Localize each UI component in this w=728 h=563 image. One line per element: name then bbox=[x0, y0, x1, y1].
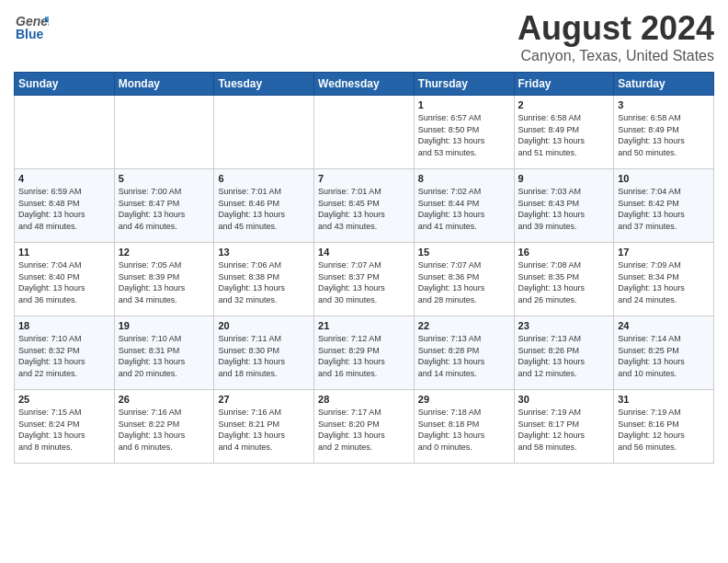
calendar-cell bbox=[15, 96, 115, 169]
logo-icon: General Blue bbox=[14, 9, 49, 44]
cell-day-number: 15 bbox=[418, 247, 510, 258]
cell-info-text: Sunrise: 7:04 AM Sunset: 8:40 PM Dayligh… bbox=[18, 259, 110, 305]
cell-info-text: Sunrise: 7:06 AM Sunset: 8:38 PM Dayligh… bbox=[218, 259, 310, 305]
calendar-cell bbox=[314, 96, 415, 169]
cell-info-text: Sunrise: 7:18 AM Sunset: 8:18 PM Dayligh… bbox=[418, 407, 510, 453]
cell-info-text: Sunrise: 7:12 AM Sunset: 8:29 PM Dayligh… bbox=[318, 333, 410, 379]
calendar-cell: 11Sunrise: 7:04 AM Sunset: 8:40 PM Dayli… bbox=[15, 243, 115, 316]
calendar-week-row: 11Sunrise: 7:04 AM Sunset: 8:40 PM Dayli… bbox=[15, 243, 714, 316]
cell-info-text: Sunrise: 6:58 AM Sunset: 8:49 PM Dayligh… bbox=[518, 112, 610, 158]
calendar-cell: 18Sunrise: 7:10 AM Sunset: 8:32 PM Dayli… bbox=[15, 316, 115, 390]
cell-day-number: 3 bbox=[618, 99, 710, 110]
calendar-cell: 1Sunrise: 6:57 AM Sunset: 8:50 PM Daylig… bbox=[414, 96, 514, 169]
cell-info-text: Sunrise: 7:01 AM Sunset: 8:45 PM Dayligh… bbox=[318, 186, 410, 232]
cell-day-number: 7 bbox=[318, 173, 410, 184]
cell-info-text: Sunrise: 7:07 AM Sunset: 8:37 PM Dayligh… bbox=[318, 259, 410, 305]
calendar-cell: 30Sunrise: 7:19 AM Sunset: 8:17 PM Dayli… bbox=[514, 390, 614, 464]
calendar-weekday-monday: Monday bbox=[114, 73, 214, 96]
cell-day-number: 10 bbox=[618, 173, 710, 184]
cell-info-text: Sunrise: 7:15 AM Sunset: 8:24 PM Dayligh… bbox=[18, 407, 110, 453]
calendar-cell: 8Sunrise: 7:02 AM Sunset: 8:44 PM Daylig… bbox=[414, 169, 514, 243]
cell-day-number: 13 bbox=[218, 247, 310, 258]
calendar-cell: 20Sunrise: 7:11 AM Sunset: 8:30 PM Dayli… bbox=[214, 316, 314, 390]
cell-day-number: 14 bbox=[318, 247, 410, 258]
cell-info-text: Sunrise: 7:19 AM Sunset: 8:17 PM Dayligh… bbox=[518, 407, 610, 453]
calendar-cell: 10Sunrise: 7:04 AM Sunset: 8:42 PM Dayli… bbox=[614, 169, 714, 243]
cell-day-number: 16 bbox=[518, 247, 610, 258]
calendar-cell bbox=[214, 96, 314, 169]
calendar-cell: 5Sunrise: 7:00 AM Sunset: 8:47 PM Daylig… bbox=[114, 169, 214, 243]
calendar-week-row: 25Sunrise: 7:15 AM Sunset: 8:24 PM Dayli… bbox=[15, 390, 714, 464]
cell-day-number: 31 bbox=[618, 394, 710, 405]
cell-day-number: 18 bbox=[18, 320, 110, 331]
cell-info-text: Sunrise: 7:11 AM Sunset: 8:30 PM Dayligh… bbox=[218, 333, 310, 379]
calendar-weekday-saturday: Saturday bbox=[614, 73, 714, 96]
cell-day-number: 22 bbox=[418, 320, 510, 331]
calendar-cell: 22Sunrise: 7:13 AM Sunset: 8:28 PM Dayli… bbox=[414, 316, 514, 390]
calendar-cell: 21Sunrise: 7:12 AM Sunset: 8:29 PM Dayli… bbox=[314, 316, 415, 390]
calendar-cell: 28Sunrise: 7:17 AM Sunset: 8:20 PM Dayli… bbox=[314, 390, 415, 464]
calendar-weekday-friday: Friday bbox=[514, 73, 614, 96]
calendar-cell: 12Sunrise: 7:05 AM Sunset: 8:39 PM Dayli… bbox=[114, 243, 214, 316]
calendar-cell: 26Sunrise: 7:16 AM Sunset: 8:22 PM Dayli… bbox=[114, 390, 214, 464]
calendar-week-row: 18Sunrise: 7:10 AM Sunset: 8:32 PM Dayli… bbox=[15, 316, 714, 390]
cell-day-number: 21 bbox=[318, 320, 410, 331]
cell-info-text: Sunrise: 7:05 AM Sunset: 8:39 PM Dayligh… bbox=[119, 259, 210, 305]
cell-info-text: Sunrise: 7:01 AM Sunset: 8:46 PM Dayligh… bbox=[218, 186, 310, 232]
cell-day-number: 28 bbox=[318, 394, 410, 405]
cell-day-number: 2 bbox=[518, 99, 610, 110]
cell-info-text: Sunrise: 7:10 AM Sunset: 8:31 PM Dayligh… bbox=[119, 333, 210, 379]
cell-info-text: Sunrise: 7:10 AM Sunset: 8:32 PM Dayligh… bbox=[18, 333, 110, 379]
calendar-cell: 19Sunrise: 7:10 AM Sunset: 8:31 PM Dayli… bbox=[114, 316, 214, 390]
calendar-header-row: SundayMondayTuesdayWednesdayThursdayFrid… bbox=[15, 73, 714, 96]
cell-day-number: 30 bbox=[518, 394, 610, 405]
calendar-weekday-sunday: Sunday bbox=[15, 73, 115, 96]
cell-day-number: 26 bbox=[119, 394, 210, 405]
calendar-cell: 17Sunrise: 7:09 AM Sunset: 8:34 PM Dayli… bbox=[614, 243, 714, 316]
cell-day-number: 8 bbox=[418, 173, 510, 184]
calendar-cell: 3Sunrise: 6:58 AM Sunset: 8:49 PM Daylig… bbox=[614, 96, 714, 169]
calendar-week-row: 4Sunrise: 6:59 AM Sunset: 8:48 PM Daylig… bbox=[15, 169, 714, 243]
calendar-cell: 2Sunrise: 6:58 AM Sunset: 8:49 PM Daylig… bbox=[514, 96, 614, 169]
calendar-cell: 24Sunrise: 7:14 AM Sunset: 8:25 PM Dayli… bbox=[614, 316, 714, 390]
cell-day-number: 1 bbox=[418, 99, 510, 110]
calendar-cell: 23Sunrise: 7:13 AM Sunset: 8:26 PM Dayli… bbox=[514, 316, 614, 390]
svg-text:Blue: Blue bbox=[16, 27, 44, 41]
calendar-cell bbox=[114, 96, 214, 169]
subtitle: Canyon, Texas, United States bbox=[518, 48, 714, 64]
cell-day-number: 4 bbox=[18, 173, 110, 184]
cell-info-text: Sunrise: 7:04 AM Sunset: 8:42 PM Dayligh… bbox=[618, 186, 710, 232]
calendar-cell: 25Sunrise: 7:15 AM Sunset: 8:24 PM Dayli… bbox=[15, 390, 115, 464]
cell-day-number: 11 bbox=[18, 247, 110, 258]
cell-info-text: Sunrise: 7:02 AM Sunset: 8:44 PM Dayligh… bbox=[418, 186, 510, 232]
calendar-cell: 4Sunrise: 6:59 AM Sunset: 8:48 PM Daylig… bbox=[15, 169, 115, 243]
cell-info-text: Sunrise: 7:13 AM Sunset: 8:28 PM Dayligh… bbox=[418, 333, 510, 379]
cell-info-text: Sunrise: 7:19 AM Sunset: 8:16 PM Dayligh… bbox=[618, 407, 710, 453]
cell-info-text: Sunrise: 7:08 AM Sunset: 8:35 PM Dayligh… bbox=[518, 259, 610, 305]
calendar-table: SundayMondayTuesdayWednesdayThursdayFrid… bbox=[14, 72, 714, 464]
header: General Blue August 2024 Canyon, Texas, … bbox=[14, 9, 714, 64]
calendar-cell: 9Sunrise: 7:03 AM Sunset: 8:43 PM Daylig… bbox=[514, 169, 614, 243]
cell-day-number: 29 bbox=[418, 394, 510, 405]
cell-day-number: 17 bbox=[618, 247, 710, 258]
cell-info-text: Sunrise: 6:57 AM Sunset: 8:50 PM Dayligh… bbox=[418, 112, 510, 158]
logo: General Blue bbox=[14, 9, 49, 44]
page: General Blue August 2024 Canyon, Texas, … bbox=[0, 0, 728, 563]
calendar-cell: 15Sunrise: 7:07 AM Sunset: 8:36 PM Dayli… bbox=[414, 243, 514, 316]
calendar-cell: 6Sunrise: 7:01 AM Sunset: 8:46 PM Daylig… bbox=[214, 169, 314, 243]
calendar-cell: 14Sunrise: 7:07 AM Sunset: 8:37 PM Dayli… bbox=[314, 243, 415, 316]
cell-info-text: Sunrise: 7:17 AM Sunset: 8:20 PM Dayligh… bbox=[318, 407, 410, 453]
cell-day-number: 12 bbox=[119, 247, 210, 258]
calendar-cell: 31Sunrise: 7:19 AM Sunset: 8:16 PM Dayli… bbox=[614, 390, 714, 464]
cell-day-number: 5 bbox=[119, 173, 210, 184]
calendar-weekday-tuesday: Tuesday bbox=[214, 73, 314, 96]
cell-info-text: Sunrise: 7:16 AM Sunset: 8:21 PM Dayligh… bbox=[218, 407, 310, 453]
cell-day-number: 23 bbox=[518, 320, 610, 331]
cell-day-number: 19 bbox=[119, 320, 210, 331]
cell-info-text: Sunrise: 7:16 AM Sunset: 8:22 PM Dayligh… bbox=[119, 407, 210, 453]
calendar-weekday-thursday: Thursday bbox=[414, 73, 514, 96]
cell-info-text: Sunrise: 7:09 AM Sunset: 8:34 PM Dayligh… bbox=[618, 259, 710, 305]
cell-day-number: 25 bbox=[18, 394, 110, 405]
calendar-cell: 7Sunrise: 7:01 AM Sunset: 8:45 PM Daylig… bbox=[314, 169, 415, 243]
calendar-cell: 29Sunrise: 7:18 AM Sunset: 8:18 PM Dayli… bbox=[414, 390, 514, 464]
